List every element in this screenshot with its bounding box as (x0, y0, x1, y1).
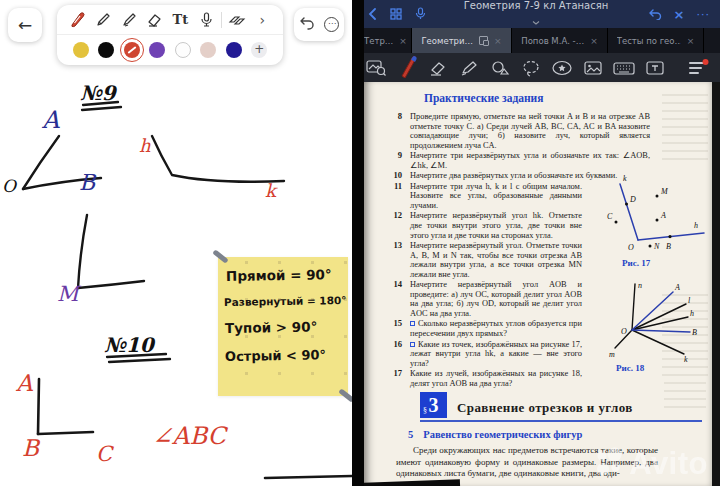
sticky-note[interactable]: Прямой = 90° Развернутый = 180° Тупой > … (218, 257, 348, 396)
color-swatch-pink[interactable] (200, 42, 216, 58)
eraser-icon[interactable] (426, 56, 450, 80)
toolbar-divider (221, 12, 222, 28)
tab-testy[interactable]: Тесты по гео… × (608, 28, 704, 53)
task2-number-label: №10 (104, 333, 156, 357)
tab-close-icon[interactable]: × (687, 36, 695, 46)
reader-pane: Геометрия 7-9 кл Атанасян × ··· а Тетр… … (352, 0, 720, 486)
rays-hk-strokes (152, 136, 284, 182)
photo-select-icon[interactable] (364, 56, 388, 80)
problem-8: 8 Проведите прямую, отметьте на ней точк… (390, 112, 690, 150)
color-swatch-yellow[interactable] (73, 42, 89, 58)
color-swatch-navy[interactable] (226, 42, 242, 58)
keyboard-icon[interactable] (612, 56, 636, 80)
whiteboard-pane[interactable]: ← Tt › (0, 0, 352, 486)
fig17-label-a: A (660, 211, 666, 220)
section-3-rule (420, 420, 702, 422)
tab-bar: а Тетр… × Геометри… × Попов М.А. -… × Те… (352, 28, 720, 53)
pencil-tool-icon[interactable] (92, 9, 114, 31)
fig18-label-m: m (609, 350, 615, 359)
fig17-label-h: h (694, 221, 698, 230)
fig17-label-m: M (660, 187, 669, 196)
fig18-label-n: n (638, 281, 642, 290)
annotation-toolbar (352, 53, 720, 82)
problem-9: 9 Начертите три неразвёрнутых угла и обо… (390, 151, 690, 170)
whiteboard-canvas[interactable]: №9 №10 A O B h k M A B C ∠ABC (0, 0, 352, 486)
ray-label-h: h (139, 135, 151, 156)
lasso-icon[interactable] (519, 56, 543, 80)
page-edge-shadow (364, 479, 460, 486)
shapes-tool-icon[interactable] (226, 9, 248, 31)
fig17-label-o: O (628, 243, 634, 252)
more-tools-button[interactable]: › (251, 9, 273, 31)
angle3-label-a: A (15, 370, 34, 396)
microphone-icon[interactable] (415, 5, 426, 24)
tab-close-icon[interactable]: × (399, 36, 407, 46)
subsection-5-heading: 5Равенство геометрических фигур (408, 429, 582, 440)
figure-18: n A l h B k m O Рис. 18 (588, 279, 712, 373)
fig17-label-n: N (653, 242, 660, 251)
fig18-label-l: l (688, 296, 691, 305)
sticker-star-icon[interactable] (550, 56, 574, 80)
task1-underlines (82, 102, 170, 362)
task1-number-label: №9 (80, 81, 118, 105)
text-box-icon[interactable] (643, 56, 667, 80)
fig18-label-a: A (674, 283, 680, 292)
fig17-label-c: C (607, 212, 613, 221)
cutoff-stroke (265, 476, 352, 478)
angle3-label-c: C (96, 442, 114, 466)
angle2-label-m: M (57, 282, 82, 306)
color-swatch-black[interactable] (98, 42, 114, 58)
tab-close-icon[interactable]: × (590, 36, 598, 46)
angle3-label-b: B (22, 435, 41, 461)
more-options-icon[interactable]: ··· (697, 9, 711, 20)
watermark-text: Avito (629, 446, 708, 482)
color-swatch-purple[interactable] (149, 42, 165, 58)
angle3-strokes (38, 379, 93, 434)
add-color-button[interactable]: + (251, 42, 267, 58)
close-icon[interactable]: × (674, 8, 685, 21)
split-view-divider[interactable] (352, 0, 364, 486)
fig18-label-h: h (690, 309, 694, 318)
eraser-tool-icon[interactable] (144, 9, 166, 31)
sidebar-menu-icon[interactable] (686, 56, 710, 80)
avito-logo-icon (593, 446, 625, 482)
color-swatch-white[interactable] (175, 42, 191, 58)
marker-tool-icon[interactable] (118, 9, 140, 31)
sticky-line: Тупой > 90° (225, 318, 348, 336)
angle2-strokes (78, 215, 144, 288)
fig17-label-k: k (623, 174, 627, 183)
sticky-line: Острый < 90° (225, 347, 348, 364)
reader-topbar: Геометрия 7-9 кл Атанасян × ··· (352, 0, 720, 28)
fig17-label-b: B (666, 242, 671, 251)
pen-tool-icon[interactable] (67, 9, 89, 31)
chevron-left-icon[interactable] (368, 5, 377, 24)
ray-label-k: k (265, 180, 278, 201)
pen-tool-active-icon[interactable] (395, 56, 419, 80)
figure-17: k D C M A O N B h Рис. 17 (590, 174, 708, 268)
image-icon[interactable] (581, 56, 605, 80)
sticky-line: Развернутый = 180° (224, 294, 348, 308)
tab-doc-icon (479, 36, 488, 45)
fig18-label-b: B (692, 328, 697, 337)
section-header: Практические задания (424, 92, 543, 104)
shapes-icon[interactable] (488, 56, 512, 80)
apps-grid-icon[interactable] (390, 5, 402, 24)
drawing-tool-panel: Tt › + (57, 5, 283, 65)
color-swatch-red-selected[interactable] (124, 42, 140, 58)
tab-close-icon[interactable]: × (494, 36, 502, 46)
page-margin-dark (712, 82, 720, 486)
document-title: Геометрия 7-9 кл Атанасян (464, 0, 609, 11)
microphone-tool-icon[interactable] (195, 9, 217, 31)
highlighter-icon[interactable] (457, 56, 481, 80)
figure-17-caption: Рис. 17 (622, 258, 708, 268)
color-row: + (57, 35, 283, 65)
undo-icon[interactable] (649, 5, 662, 24)
textbook-page[interactable]: Практические задания 8 Проведите прямую,… (364, 82, 712, 486)
task-marker-icon (410, 321, 415, 326)
tab-popov[interactable]: Попов М.А. -… × (512, 28, 608, 53)
tab-geometria-active[interactable]: Геометри… × (412, 28, 512, 53)
angle1-label-o: O (2, 176, 18, 196)
text-tool-icon[interactable]: Tt (169, 9, 191, 31)
angle1-label-b: B (79, 170, 97, 195)
angle1-label-a: A (41, 106, 60, 134)
